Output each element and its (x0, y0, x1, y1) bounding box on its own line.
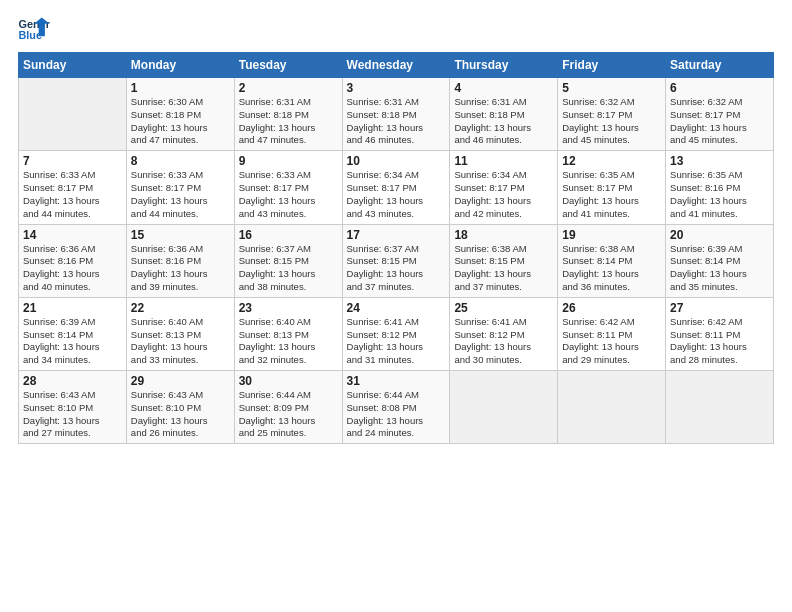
day-info: Sunrise: 6:35 AMSunset: 8:16 PMDaylight:… (670, 169, 769, 220)
day-info: Sunrise: 6:44 AMSunset: 8:09 PMDaylight:… (239, 389, 338, 440)
day-info: Sunrise: 6:37 AMSunset: 8:15 PMDaylight:… (239, 243, 338, 294)
day-header-friday: Friday (558, 53, 666, 78)
day-number: 17 (347, 228, 446, 242)
day-number: 25 (454, 301, 553, 315)
day-number: 24 (347, 301, 446, 315)
day-number: 26 (562, 301, 661, 315)
day-info: Sunrise: 6:33 AMSunset: 8:17 PMDaylight:… (23, 169, 122, 220)
day-number: 2 (239, 81, 338, 95)
day-cell (558, 371, 666, 444)
day-header-saturday: Saturday (666, 53, 774, 78)
day-info: Sunrise: 6:31 AMSunset: 8:18 PMDaylight:… (347, 96, 446, 147)
day-number: 30 (239, 374, 338, 388)
week-row-5: 28Sunrise: 6:43 AMSunset: 8:10 PMDayligh… (19, 371, 774, 444)
day-cell: 25Sunrise: 6:41 AMSunset: 8:12 PMDayligh… (450, 297, 558, 370)
day-header-thursday: Thursday (450, 53, 558, 78)
day-number: 7 (23, 154, 122, 168)
day-number: 6 (670, 81, 769, 95)
day-number: 31 (347, 374, 446, 388)
day-number: 14 (23, 228, 122, 242)
header: General Blue (18, 16, 774, 44)
day-info: Sunrise: 6:36 AMSunset: 8:16 PMDaylight:… (23, 243, 122, 294)
day-cell: 28Sunrise: 6:43 AMSunset: 8:10 PMDayligh… (19, 371, 127, 444)
day-cell: 19Sunrise: 6:38 AMSunset: 8:14 PMDayligh… (558, 224, 666, 297)
day-number: 12 (562, 154, 661, 168)
day-number: 3 (347, 81, 446, 95)
week-row-3: 14Sunrise: 6:36 AMSunset: 8:16 PMDayligh… (19, 224, 774, 297)
day-cell: 6Sunrise: 6:32 AMSunset: 8:17 PMDaylight… (666, 78, 774, 151)
day-cell (450, 371, 558, 444)
day-info: Sunrise: 6:32 AMSunset: 8:17 PMDaylight:… (670, 96, 769, 147)
day-cell: 29Sunrise: 6:43 AMSunset: 8:10 PMDayligh… (126, 371, 234, 444)
day-header-tuesday: Tuesday (234, 53, 342, 78)
day-header-sunday: Sunday (19, 53, 127, 78)
day-number: 22 (131, 301, 230, 315)
day-info: Sunrise: 6:43 AMSunset: 8:10 PMDaylight:… (131, 389, 230, 440)
day-info: Sunrise: 6:32 AMSunset: 8:17 PMDaylight:… (562, 96, 661, 147)
logo: General Blue (18, 16, 50, 44)
day-info: Sunrise: 6:38 AMSunset: 8:15 PMDaylight:… (454, 243, 553, 294)
day-info: Sunrise: 6:30 AMSunset: 8:18 PMDaylight:… (131, 96, 230, 147)
day-info: Sunrise: 6:44 AMSunset: 8:08 PMDaylight:… (347, 389, 446, 440)
day-info: Sunrise: 6:34 AMSunset: 8:17 PMDaylight:… (454, 169, 553, 220)
day-info: Sunrise: 6:36 AMSunset: 8:16 PMDaylight:… (131, 243, 230, 294)
day-cell: 4Sunrise: 6:31 AMSunset: 8:18 PMDaylight… (450, 78, 558, 151)
day-cell (19, 78, 127, 151)
page: General Blue SundayMondayTuesdayWednesda… (0, 0, 792, 612)
day-cell: 17Sunrise: 6:37 AMSunset: 8:15 PMDayligh… (342, 224, 450, 297)
day-info: Sunrise: 6:35 AMSunset: 8:17 PMDaylight:… (562, 169, 661, 220)
day-cell: 9Sunrise: 6:33 AMSunset: 8:17 PMDaylight… (234, 151, 342, 224)
day-number: 29 (131, 374, 230, 388)
day-info: Sunrise: 6:41 AMSunset: 8:12 PMDaylight:… (347, 316, 446, 367)
day-info: Sunrise: 6:43 AMSunset: 8:10 PMDaylight:… (23, 389, 122, 440)
day-number: 19 (562, 228, 661, 242)
day-info: Sunrise: 6:34 AMSunset: 8:17 PMDaylight:… (347, 169, 446, 220)
day-info: Sunrise: 6:31 AMSunset: 8:18 PMDaylight:… (454, 96, 553, 147)
day-cell: 20Sunrise: 6:39 AMSunset: 8:14 PMDayligh… (666, 224, 774, 297)
week-row-2: 7Sunrise: 6:33 AMSunset: 8:17 PMDaylight… (19, 151, 774, 224)
day-info: Sunrise: 6:39 AMSunset: 8:14 PMDaylight:… (670, 243, 769, 294)
day-info: Sunrise: 6:40 AMSunset: 8:13 PMDaylight:… (131, 316, 230, 367)
day-number: 13 (670, 154, 769, 168)
day-number: 4 (454, 81, 553, 95)
day-number: 16 (239, 228, 338, 242)
day-info: Sunrise: 6:33 AMSunset: 8:17 PMDaylight:… (131, 169, 230, 220)
day-info: Sunrise: 6:33 AMSunset: 8:17 PMDaylight:… (239, 169, 338, 220)
day-cell: 1Sunrise: 6:30 AMSunset: 8:18 PMDaylight… (126, 78, 234, 151)
day-cell: 30Sunrise: 6:44 AMSunset: 8:09 PMDayligh… (234, 371, 342, 444)
day-cell: 24Sunrise: 6:41 AMSunset: 8:12 PMDayligh… (342, 297, 450, 370)
day-cell: 2Sunrise: 6:31 AMSunset: 8:18 PMDaylight… (234, 78, 342, 151)
day-info: Sunrise: 6:39 AMSunset: 8:14 PMDaylight:… (23, 316, 122, 367)
day-info: Sunrise: 6:41 AMSunset: 8:12 PMDaylight:… (454, 316, 553, 367)
day-cell: 21Sunrise: 6:39 AMSunset: 8:14 PMDayligh… (19, 297, 127, 370)
calendar-table: SundayMondayTuesdayWednesdayThursdayFrid… (18, 52, 774, 444)
day-cell: 22Sunrise: 6:40 AMSunset: 8:13 PMDayligh… (126, 297, 234, 370)
day-cell: 13Sunrise: 6:35 AMSunset: 8:16 PMDayligh… (666, 151, 774, 224)
day-cell: 31Sunrise: 6:44 AMSunset: 8:08 PMDayligh… (342, 371, 450, 444)
svg-text:Blue: Blue (18, 29, 42, 41)
day-cell (666, 371, 774, 444)
day-cell: 5Sunrise: 6:32 AMSunset: 8:17 PMDaylight… (558, 78, 666, 151)
day-cell: 15Sunrise: 6:36 AMSunset: 8:16 PMDayligh… (126, 224, 234, 297)
day-number: 5 (562, 81, 661, 95)
day-cell: 16Sunrise: 6:37 AMSunset: 8:15 PMDayligh… (234, 224, 342, 297)
day-cell: 8Sunrise: 6:33 AMSunset: 8:17 PMDaylight… (126, 151, 234, 224)
day-number: 21 (23, 301, 122, 315)
day-number: 18 (454, 228, 553, 242)
week-row-1: 1Sunrise: 6:30 AMSunset: 8:18 PMDaylight… (19, 78, 774, 151)
day-info: Sunrise: 6:42 AMSunset: 8:11 PMDaylight:… (562, 316, 661, 367)
day-cell: 12Sunrise: 6:35 AMSunset: 8:17 PMDayligh… (558, 151, 666, 224)
day-number: 11 (454, 154, 553, 168)
day-cell: 18Sunrise: 6:38 AMSunset: 8:15 PMDayligh… (450, 224, 558, 297)
day-cell: 27Sunrise: 6:42 AMSunset: 8:11 PMDayligh… (666, 297, 774, 370)
day-cell: 23Sunrise: 6:40 AMSunset: 8:13 PMDayligh… (234, 297, 342, 370)
day-info: Sunrise: 6:37 AMSunset: 8:15 PMDaylight:… (347, 243, 446, 294)
day-cell: 3Sunrise: 6:31 AMSunset: 8:18 PMDaylight… (342, 78, 450, 151)
day-info: Sunrise: 6:38 AMSunset: 8:14 PMDaylight:… (562, 243, 661, 294)
day-header-monday: Monday (126, 53, 234, 78)
logo-icon: General Blue (18, 16, 50, 44)
day-number: 9 (239, 154, 338, 168)
day-number: 23 (239, 301, 338, 315)
day-cell: 10Sunrise: 6:34 AMSunset: 8:17 PMDayligh… (342, 151, 450, 224)
header-row: SundayMondayTuesdayWednesdayThursdayFrid… (19, 53, 774, 78)
